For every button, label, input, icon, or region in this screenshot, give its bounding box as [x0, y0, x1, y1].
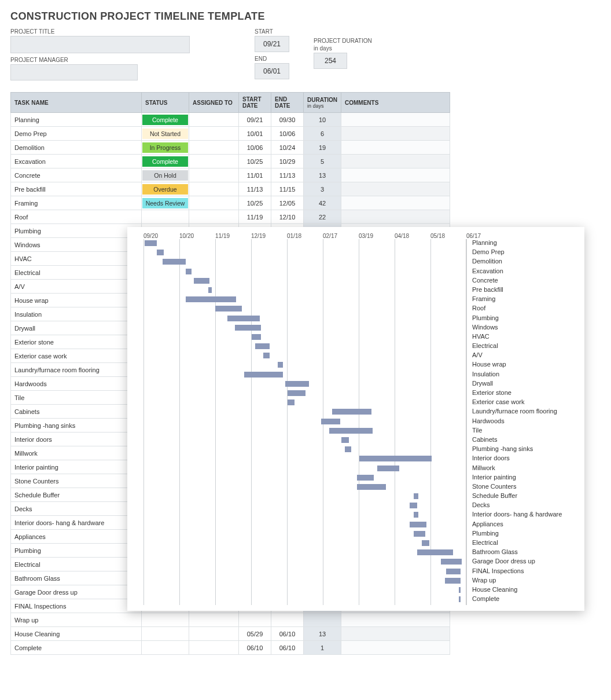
task-name-cell[interactable]: Concrete [11, 168, 142, 182]
task-name-cell[interactable]: Stone Counters [11, 474, 142, 488]
task-name-cell[interactable]: Bathroom Glass [11, 571, 142, 585]
task-name-cell[interactable]: HVAC [11, 252, 142, 266]
project-title-input[interactable] [10, 36, 190, 53]
end-date-cell[interactable]: 11/15 [271, 182, 304, 196]
status-cell[interactable]: Needs Review [142, 196, 189, 210]
task-name-cell[interactable]: Decks [11, 502, 142, 516]
start-date-cell[interactable]: 09/21 [239, 113, 271, 127]
comments-cell[interactable] [341, 113, 450, 127]
start-date-cell[interactable]: 05/29 [239, 627, 271, 641]
end-date-cell[interactable]: 12/05 [271, 196, 304, 210]
start-date-cell[interactable]: 11/13 [239, 182, 271, 196]
col-duration[interactable]: DURATIONin days [304, 93, 341, 113]
table-row[interactable]: Roof11/1912/1022 [11, 210, 450, 224]
status-cell[interactable] [142, 627, 189, 641]
start-date-cell[interactable]: 10/25 [239, 196, 271, 210]
end-date-cell[interactable]: 09/30 [271, 113, 304, 127]
assigned-cell[interactable] [189, 168, 239, 182]
task-name-cell[interactable]: Insulation [11, 307, 142, 321]
task-name-cell[interactable]: FINAL Inspections [11, 599, 142, 613]
assigned-cell[interactable] [189, 641, 239, 655]
end-date-cell[interactable] [271, 613, 304, 627]
end-date-cell[interactable]: 10/24 [271, 141, 304, 155]
status-cell[interactable] [142, 210, 189, 224]
task-name-cell[interactable]: Plumbing [11, 224, 142, 238]
col-status[interactable]: STATUS [142, 93, 189, 113]
task-name-cell[interactable]: Electrical [11, 266, 142, 280]
comments-cell[interactable] [341, 210, 450, 224]
task-name-cell[interactable]: Exterior case work [11, 349, 142, 363]
table-row[interactable]: House Cleaning05/2906/1013 [11, 627, 450, 641]
col-end[interactable]: END DATE [271, 93, 304, 113]
task-name-cell[interactable]: Drywall [11, 321, 142, 335]
status-cell[interactable]: Overdue [142, 182, 189, 196]
assigned-cell[interactable] [189, 141, 239, 155]
end-date-cell[interactable]: 12/10 [271, 210, 304, 224]
table-row[interactable]: PlanningComplete09/2109/3010 [11, 113, 450, 127]
task-name-cell[interactable]: Plumbing -hang sinks [11, 419, 142, 433]
task-name-cell[interactable]: Pre backfill [11, 182, 142, 196]
table-row[interactable]: ExcavationComplete10/2510/295 [11, 155, 450, 168]
start-date-cell[interactable]: 06/10 [239, 641, 271, 655]
start-date-cell[interactable] [239, 613, 271, 627]
task-name-cell[interactable]: Plumbing [11, 544, 142, 558]
task-name-cell[interactable]: Electrical [11, 558, 142, 571]
task-name-cell[interactable]: Wrap up [11, 613, 142, 627]
task-name-cell[interactable]: House Cleaning [11, 627, 142, 641]
table-row[interactable]: DemolitionIn Progress10/0610/2419 [11, 141, 450, 155]
col-task-name[interactable]: TASK NAME [11, 93, 142, 113]
assigned-cell[interactable] [189, 613, 239, 627]
task-name-cell[interactable]: Interior doors- hang & hardware [11, 516, 142, 530]
status-cell[interactable] [142, 641, 189, 655]
status-cell[interactable]: Not Started [142, 127, 189, 141]
status-cell[interactable]: In Progress [142, 141, 189, 155]
table-row[interactable]: Demo PrepNot Started10/0110/066 [11, 127, 450, 141]
col-start[interactable]: START DATE [239, 93, 271, 113]
col-assigned[interactable]: ASSIGNED TO [189, 93, 239, 113]
assigned-cell[interactable] [189, 127, 239, 141]
task-name-cell[interactable]: Demo Prep [11, 127, 142, 141]
start-date-cell[interactable]: 11/19 [239, 210, 271, 224]
task-name-cell[interactable]: Appliances [11, 530, 142, 544]
task-name-cell[interactable]: Laundry/furnace room flooring [11, 363, 142, 377]
table-row[interactable]: Pre backfillOverdue11/1311/153 [11, 182, 450, 196]
table-row[interactable]: FramingNeeds Review10/2512/0542 [11, 196, 450, 210]
task-name-cell[interactable]: Windows [11, 238, 142, 252]
table-row[interactable]: ConcreteOn Hold11/0111/1313 [11, 168, 450, 182]
assigned-cell[interactable] [189, 196, 239, 210]
start-date-cell[interactable]: 11/01 [239, 168, 271, 182]
task-name-cell[interactable]: Schedule Buffer [11, 488, 142, 502]
status-cell[interactable]: Complete [142, 155, 189, 168]
task-name-cell[interactable]: Cabinets [11, 405, 142, 419]
status-cell[interactable]: Complete [142, 113, 189, 127]
end-date-cell[interactable]: 10/29 [271, 155, 304, 168]
task-name-cell[interactable]: Interior painting [11, 460, 142, 474]
end-input[interactable]: 06/01 [255, 63, 289, 79]
assigned-cell[interactable] [189, 113, 239, 127]
project-manager-input[interactable] [10, 64, 138, 80]
col-comments[interactable]: COMMENTS [341, 93, 450, 113]
comments-cell[interactable] [341, 182, 450, 196]
comments-cell[interactable] [341, 641, 450, 655]
assigned-cell[interactable] [189, 155, 239, 168]
task-name-cell[interactable]: A/V [11, 280, 142, 294]
task-name-cell[interactable]: Excavation [11, 155, 142, 168]
comments-cell[interactable] [341, 168, 450, 182]
task-name-cell[interactable]: Demolition [11, 141, 142, 155]
task-name-cell[interactable]: Tile [11, 391, 142, 405]
task-name-cell[interactable]: Millwork [11, 446, 142, 460]
assigned-cell[interactable] [189, 210, 239, 224]
task-name-cell[interactable]: House wrap [11, 294, 142, 307]
start-date-cell[interactable]: 10/01 [239, 127, 271, 141]
comments-cell[interactable] [341, 196, 450, 210]
end-date-cell[interactable]: 06/10 [271, 627, 304, 641]
task-name-cell[interactable]: Interior doors [11, 433, 142, 446]
start-date-cell[interactable]: 10/06 [239, 141, 271, 155]
assigned-cell[interactable] [189, 627, 239, 641]
task-name-cell[interactable]: Hardwoods [11, 377, 142, 391]
task-name-cell[interactable]: Planning [11, 113, 142, 127]
comments-cell[interactable] [341, 127, 450, 141]
status-cell[interactable] [142, 613, 189, 627]
start-input[interactable]: 09/21 [255, 36, 289, 52]
comments-cell[interactable] [341, 613, 450, 627]
